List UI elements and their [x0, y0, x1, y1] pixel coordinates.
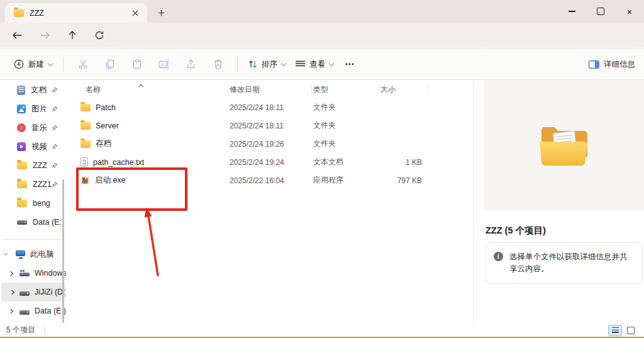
sidebar-item-music[interactable]: 音乐 — [0, 118, 66, 137]
tab-zzz[interactable]: ZZZ — [5, 3, 147, 23]
pin-icon — [52, 144, 58, 150]
sidebar-item-zzz[interactable]: ZZZ — [0, 156, 66, 175]
pictures-icon — [17, 104, 26, 113]
refresh-button[interactable] — [90, 26, 109, 45]
tree-item-windows-c[interactable]: Windows (C:) — [0, 264, 66, 283]
column-header-size[interactable]: 大小 — [380, 84, 430, 95]
sidebar-item-zzz1-0[interactable]: ZZZ1.0 — [0, 175, 66, 194]
toolbar-separator — [237, 57, 238, 72]
chevron-right-icon[interactable] — [11, 290, 15, 295]
share-button[interactable] — [177, 59, 204, 69]
videos-icon — [17, 142, 26, 151]
tree-item-this-pc[interactable]: 此电脑 — [0, 245, 66, 264]
file-type: 应用程序 — [313, 175, 380, 186]
tree-item-label: 此电脑 — [30, 249, 54, 260]
music-icon — [17, 123, 26, 132]
sidebar-item-data-e[interactable]: Data (E:) — [0, 213, 66, 232]
pin-icon — [52, 125, 58, 131]
copy-button[interactable] — [96, 59, 123, 69]
sidebar-scrollbar[interactable] — [62, 179, 64, 323]
column-divider[interactable] — [311, 85, 312, 94]
tab-close-icon[interactable] — [130, 8, 141, 19]
chevron-down-icon[interactable] — [3, 252, 8, 257]
minimize-icon — [569, 11, 575, 11]
sidebar-item-documents[interactable]: 文档 — [0, 81, 66, 99]
folder-icon — [80, 140, 91, 148]
sidebar-item-label: ZZZ — [33, 161, 47, 170]
command-toolbar: 新建 A 排序 — [0, 48, 644, 80]
status-bar: 5 个项目 — [0, 324, 644, 337]
details-view-button[interactable] — [608, 325, 622, 336]
file-row-patch[interactable]: Patch 2025/2/24 18:11 文件夹 — [66, 98, 473, 116]
maximize-icon — [597, 8, 604, 15]
details-title: ZZZ (5 个项目) — [486, 225, 546, 237]
file-row-cundang[interactable]: 存档 2025/2/24 19:26 文件夹 — [66, 135, 473, 153]
file-row-server[interactable]: Server 2025/2/24 18:11 文件夹 — [66, 116, 473, 135]
close-button[interactable]: × — [615, 0, 644, 23]
file-date: 2025/2/24 18:11 — [230, 103, 313, 112]
folder-icon — [80, 122, 91, 130]
up-button[interactable] — [63, 26, 82, 45]
folder-icon — [17, 200, 27, 207]
drive-icon — [19, 310, 30, 315]
chevron-down-icon — [48, 60, 53, 65]
rename-button[interactable]: A — [150, 60, 177, 69]
chevron-right-icon[interactable] — [9, 271, 14, 276]
tree-item-jijizi-d[interactable]: JiJiZi (D:) — [1, 283, 65, 301]
delete-button[interactable] — [204, 59, 231, 69]
folder-icon — [17, 181, 27, 188]
preview-area — [484, 80, 644, 211]
titlebar: ZZZ × — [0, 0, 644, 23]
column-header-type[interactable]: 类型 — [313, 84, 380, 95]
folder-icon — [17, 162, 27, 169]
sidebar-item-label: 图片 — [31, 104, 47, 115]
annotation-arrow — [126, 203, 176, 279]
file-name: path_cache.txt — [93, 158, 144, 167]
sidebar-item-videos[interactable]: 视频 — [0, 137, 66, 156]
column-divider[interactable] — [428, 85, 428, 94]
new-button[interactable]: 新建 — [9, 55, 57, 74]
minimize-button[interactable] — [557, 0, 586, 23]
details-pane-toggle[interactable]: 详细信息 — [589, 59, 635, 70]
column-divider[interactable] — [379, 85, 379, 94]
chevron-right-icon[interactable] — [9, 308, 14, 314]
new-plus-icon — [14, 59, 24, 69]
pin-icon — [52, 181, 58, 188]
details-pane: ZZZ (5 个项目) i 选择单个文件以获取详细信息并共享云内容。 — [473, 81, 644, 324]
navigation-sidebar: 文档 图片 音乐 视频 ZZZ ZZZ1.0 — [0, 81, 66, 324]
column-divider[interactable] — [228, 85, 228, 94]
file-name: 存档 — [96, 138, 111, 149]
file-size: 1 KB — [380, 158, 430, 167]
tree-item-data-e[interactable]: Data (E:) — [0, 301, 66, 320]
sidebar-item-pictures[interactable]: 图片 — [0, 99, 66, 118]
file-date: 2025/2/24 19:24 — [230, 158, 313, 167]
view-button[interactable]: 查看 — [291, 55, 338, 74]
window-controls: × — [557, 0, 644, 23]
drive-icon — [17, 220, 27, 225]
column-header-name[interactable]: 名称 — [80, 84, 230, 95]
chevron-down-icon — [329, 60, 334, 65]
svg-text:A: A — [161, 62, 165, 68]
forward-button[interactable] — [35, 26, 54, 45]
details-toggle-label: 详细信息 — [604, 59, 635, 70]
status-separator — [44, 326, 45, 334]
details-view-icon — [612, 327, 619, 333]
maximize-button[interactable] — [586, 0, 615, 23]
details-panel-icon — [589, 60, 599, 69]
paste-button[interactable] — [123, 59, 150, 69]
file-date: 2025/2/22 16:04 — [230, 176, 313, 185]
sidebar-item-beng[interactable]: beng — [0, 194, 66, 213]
sidebar-item-label: 文档 — [31, 85, 47, 96]
column-headers: 名称 修改日期 类型 大小 — [66, 81, 473, 98]
more-options-button[interactable] — [338, 63, 361, 65]
document-icon — [17, 86, 25, 95]
back-button[interactable] — [8, 26, 26, 45]
new-tab-button[interactable] — [153, 6, 169, 20]
file-size: 797 KB — [380, 176, 430, 185]
sort-button[interactable]: 排序 — [243, 55, 291, 74]
file-explorer-window: ZZZ × — [0, 0, 644, 338]
sidebar-item-label: Data (E:) — [33, 218, 64, 227]
column-header-date[interactable]: 修改日期 — [230, 84, 313, 95]
cut-button[interactable] — [69, 59, 96, 69]
icons-view-button[interactable] — [624, 325, 638, 336]
